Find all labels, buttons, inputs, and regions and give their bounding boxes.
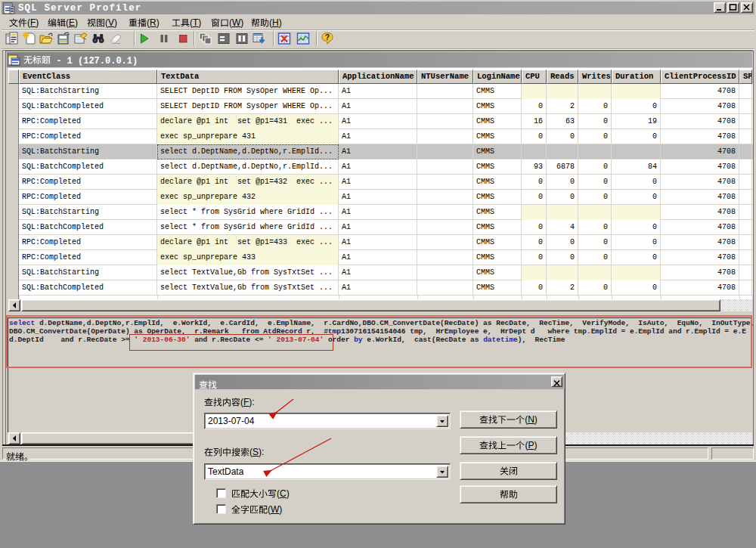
svg-text:?: ? xyxy=(325,33,330,42)
